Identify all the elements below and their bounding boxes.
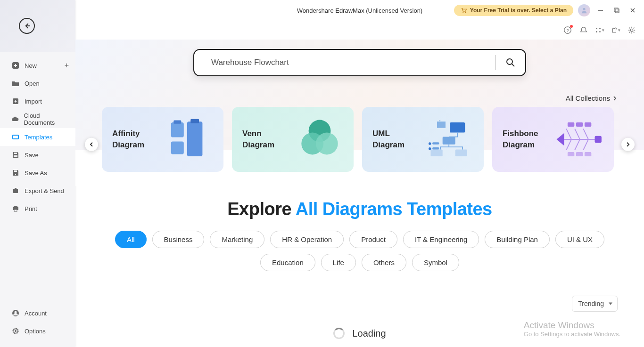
sidebar-item-label: Account	[25, 310, 47, 317]
sidebar-item-label: Save As	[25, 169, 47, 177]
sidebar-item-new[interactable]: New +	[0, 56, 75, 74]
svg-rect-51	[568, 152, 574, 156]
sidebar-item-print[interactable]: Print	[0, 200, 75, 218]
svg-point-29	[507, 59, 512, 65]
card-venn[interactable]: VennDiagram	[232, 107, 354, 172]
avatar-icon	[581, 7, 587, 14]
pill-marketing[interactable]: Marketing	[210, 231, 264, 248]
plus-square-icon	[11, 61, 20, 70]
pill-life[interactable]: Life	[321, 254, 356, 271]
svg-rect-8	[13, 189, 18, 193]
sidebar-item-open[interactable]: Open	[0, 74, 75, 92]
gear-icon	[11, 327, 20, 335]
sidebar-item-options[interactable]: Options	[0, 322, 75, 340]
sidebar-item-account[interactable]: Account	[0, 304, 75, 322]
pill-others[interactable]: Others	[362, 254, 406, 271]
app-title: Wondershare EdrawMax (Unlicensed Version…	[297, 7, 422, 14]
sidebar-item-label: Options	[25, 328, 46, 335]
fishbone-illus-icon	[556, 118, 603, 161]
card-title: FishboneDiagram	[503, 128, 538, 151]
sidebar-item-export[interactable]: Export & Send	[0, 182, 75, 200]
svg-rect-31	[171, 122, 184, 137]
svg-point-18	[583, 8, 585, 10]
apps-icon[interactable]: ▾	[595, 25, 604, 35]
card-fishbone[interactable]: FishboneDiagram	[492, 107, 614, 172]
search-button[interactable]	[496, 58, 525, 67]
card-affinity[interactable]: AffinityDiagram	[102, 107, 223, 172]
svg-rect-4	[13, 136, 18, 138]
affinity-illus-icon	[166, 118, 213, 161]
card-uml[interactable]: UMLDiagram	[362, 107, 484, 172]
svg-point-38	[316, 133, 338, 155]
pill-it[interactable]: IT & Engineering	[403, 231, 479, 248]
sidebar-item-save[interactable]: Save	[0, 146, 75, 164]
svg-rect-39	[450, 122, 465, 133]
svg-point-17	[465, 12, 466, 13]
svg-rect-52	[576, 152, 583, 156]
svg-rect-49	[576, 122, 583, 127]
cards-next-button[interactable]	[621, 138, 635, 151]
search-input[interactable]	[211, 58, 495, 67]
close-button[interactable]	[627, 5, 638, 16]
user-icon	[11, 309, 20, 317]
svg-rect-35	[171, 142, 184, 154]
card-title: UMLDiagram	[372, 128, 405, 151]
maximize-button[interactable]	[611, 5, 622, 16]
cards-prev-button[interactable]	[85, 138, 98, 151]
card-title: AffinityDiagram	[112, 128, 144, 151]
sort-select[interactable]: Trending	[572, 296, 618, 312]
sidebar-item-cloud[interactable]: Cloud Documents	[0, 110, 75, 128]
svg-rect-32	[173, 121, 181, 124]
arrow-left-icon	[23, 22, 31, 30]
titlebar: Wondershare EdrawMax (Unlicensed Version…	[75, 0, 644, 21]
pill-business[interactable]: Business	[152, 231, 205, 248]
explore-heading-blue: All Diagrams Templates	[296, 199, 492, 219]
sort-row: Trending	[75, 284, 644, 312]
shirt-icon[interactable]: ▾	[611, 25, 620, 35]
help-icon[interactable]: ?	[563, 25, 572, 35]
back-button[interactable]	[19, 18, 35, 34]
export-icon	[11, 186, 20, 195]
pill-hr[interactable]: HR & Operation	[270, 231, 344, 248]
all-collections-link[interactable]: All Collections	[566, 94, 618, 102]
bell-icon[interactable]	[579, 25, 588, 35]
cards: AffinityDiagram VennDiagram UMLDiagram	[102, 107, 618, 172]
pill-symbol[interactable]: Symbol	[412, 254, 459, 271]
svg-rect-46	[432, 147, 439, 150]
category-pills: All Business Marketing HR & Operation Pr…	[102, 231, 618, 271]
add-icon[interactable]: +	[65, 61, 69, 70]
cloud-icon	[11, 115, 19, 123]
svg-point-44	[429, 147, 431, 150]
svg-rect-50	[585, 122, 591, 127]
svg-text:?: ?	[566, 28, 569, 33]
svg-line-30	[512, 64, 514, 66]
pill-all[interactable]: All	[115, 231, 147, 248]
sidebar-item-saveas[interactable]: Save As	[0, 164, 75, 182]
pill-building[interactable]: Building Plan	[485, 231, 550, 248]
save-as-icon	[11, 169, 20, 177]
minimize-button[interactable]	[595, 5, 606, 16]
template-icon	[11, 133, 20, 141]
watermark-sub: Go to Settings to activate Windows.	[524, 331, 620, 338]
pill-uiux[interactable]: UI & UX	[555, 231, 604, 248]
svg-point-26	[596, 31, 597, 32]
svg-point-27	[599, 31, 601, 32]
secondary-toolbar: ? ▾ ▾	[75, 21, 644, 40]
pill-product[interactable]: Product	[349, 231, 397, 248]
svg-rect-21	[615, 9, 619, 13]
svg-rect-20	[614, 8, 618, 12]
svg-rect-34	[190, 119, 199, 123]
svg-rect-41	[431, 150, 443, 156]
avatar[interactable]	[578, 4, 590, 16]
pill-education[interactable]: Education	[260, 254, 315, 271]
sidebar-item-label: Save	[25, 152, 39, 159]
sidebar-item-templates[interactable]: Templates	[0, 128, 75, 146]
svg-point-15	[15, 330, 17, 332]
settings-icon[interactable]	[627, 25, 636, 35]
sidebar-item-import[interactable]: Import	[0, 92, 75, 110]
svg-rect-11	[14, 210, 17, 211]
sidebar-item-label: Export & Send	[25, 187, 64, 194]
trial-banner[interactable]: Your Free Trial is over. Select a Plan	[454, 5, 573, 16]
search-icon	[506, 58, 515, 67]
svg-rect-6	[14, 153, 17, 154]
